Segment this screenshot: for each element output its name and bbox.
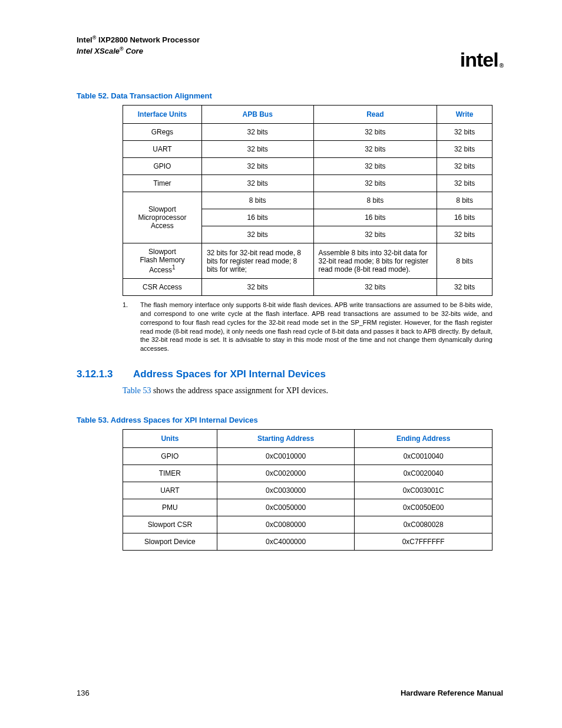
cell-end: 0xC7FFFFFF [355,533,492,551]
header-brand: Intel [77,35,92,44]
manual-title: Hardware Reference Manual [401,689,503,697]
cell-read: 32 bits [313,124,437,141]
cell-apb: 32 bits [201,175,313,192]
cell-unit: Slowport CSR [123,516,217,533]
header-subtitle-rest: Core [124,47,143,55]
cell-start: 0xC0030000 [217,482,355,499]
table-header-row: Interface Units APB Bus Read Write [123,106,492,124]
caption-prefix: Table 53. [77,416,111,424]
cell-end: 0xC0050E00 [355,499,492,516]
cell-apb: 32 bits [201,158,313,175]
intel-logo: intel ® [460,48,503,71]
cell-start: 0xC0050000 [217,499,355,516]
table-row: Slowport Microprocessor Access 8 bits 8 … [123,192,492,209]
cell-unit: GRegs [123,124,202,141]
cell-read: 32 bits [313,226,437,243]
caption-prefix: Table 52. [77,91,111,100]
cell-write: 32 bits [437,141,492,158]
cell-apb: 16 bits [201,209,313,226]
header-title-rest: IXP2800 Network Processor [96,35,200,44]
cell-unit: Slowport Microprocessor Access [123,192,202,243]
cell-read: 32 bits [313,175,437,192]
cell-apb: 32 bits [201,124,313,141]
cell-read: 16 bits [313,209,437,226]
table-row: GRegs 32 bits 32 bits 32 bits [123,124,492,141]
col-units: Units [123,430,217,448]
table-reference-link[interactable]: Table 53 [123,386,151,395]
col-apb-bus: APB Bus [201,106,313,124]
table-52-footnote: 1. The flash memory interface only suppo… [123,301,492,353]
cell-unit: PMU [123,499,217,516]
cell-apb: 32 bits [201,226,313,243]
cell-start: 0xC0020000 [217,465,355,482]
registered-mark: ® [120,46,124,52]
cell-unit: CSR Access [123,279,202,296]
col-write: Write [437,106,492,124]
cell-unit: UART [123,482,217,499]
header-subtitle: Intel XScale® Core [77,45,200,57]
table-row: Slowport CSR0xC00800000xC0080028 [123,516,492,533]
table-row: PMU0xC00500000xC0050E00 [123,499,492,516]
page-number: 136 [77,689,90,697]
cell-write: 8 bits [437,192,492,209]
cell-unit: UART [123,141,202,158]
cell-apb: 32 bits for 32-bit read mode, 8 bits for… [201,243,313,279]
col-start-address: Starting Address [217,430,355,448]
header-title: Intel® IXP2800 Network Processor [77,34,200,45]
cell-end: 0xC0010040 [355,448,492,465]
table-row: UART 32 bits 32 bits 32 bits [123,141,492,158]
cell-read: 32 bits [313,158,437,175]
cell-apb: 32 bits [201,279,313,296]
table-row: Slowport Flash Memory Access1 32 bits fo… [123,243,492,279]
table-52-caption: Table 52. Data Transaction Alignment [77,91,503,100]
cell-unit: Slowport Flash Memory Access1 [123,243,202,279]
page: Intel® IXP2800 Network Processor Intel X… [0,0,562,728]
table-header-row: Units Starting Address Ending Address [123,430,492,448]
cell-start: 0xC0080000 [217,516,355,533]
section-number: 3.12.1.3 [77,368,120,380]
cell-end: 0xC0080028 [355,516,492,533]
cell-write: 32 bits [437,175,492,192]
cell-read: Assemble 8 bits into 32-bit data for 32-… [313,243,437,279]
cell-start: 0xC4000000 [217,533,355,551]
section-heading: 3.12.1.3 Address Spaces for XPI Internal… [77,368,503,380]
table-row: GPIO0xC00100000xC0010040 [123,448,492,465]
cell-unit: Slowport Device [123,533,217,551]
col-read: Read [313,106,437,124]
page-footer: 136 Hardware Reference Manual [77,689,503,697]
cell-write: 32 bits [437,158,492,175]
table-row: GPIO 32 bits 32 bits 32 bits [123,158,492,175]
cell-end: 0xC0020040 [355,465,492,482]
footnote-number: 1. [123,301,132,353]
caption-text: Address Spaces for XPI Internal Devices [111,416,258,424]
page-header: Intel® IXP2800 Network Processor Intel X… [77,34,503,71]
table-53-caption: Table 53. Address Spaces for XPI Interna… [77,416,503,424]
cell-text: Slowport [148,248,176,256]
table-row: Timer 32 bits 32 bits 32 bits [123,175,492,192]
col-interface-units: Interface Units [123,106,202,124]
cell-read: 32 bits [313,141,437,158]
registered-mark: ® [500,62,503,69]
table-row: TIMER0xC00200000xC0020040 [123,465,492,482]
caption-text: Data Transaction Alignment [111,91,211,100]
section-title: Address Spaces for XPI Internal Devices [133,368,326,380]
cell-write: 32 bits [437,226,492,243]
cell-start: 0xC0010000 [217,448,355,465]
header-text: Intel® IXP2800 Network Processor Intel X… [77,34,200,57]
table-row: CSR Access 32 bits 32 bits 32 bits [123,279,492,296]
footnote-text: The flash memory interface only supports… [140,301,492,353]
cell-unit: GPIO [123,448,217,465]
cell-unit: GPIO [123,158,202,175]
cell-read: 32 bits [313,279,437,296]
cell-write: 8 bits [437,243,492,279]
table-row: Slowport Device0xC40000000xC7FFFFFF [123,533,492,551]
footnote-item: 1. The flash memory interface only suppo… [123,301,492,353]
cell-write: 32 bits [437,124,492,141]
footnote-ref: 1 [172,264,176,271]
cell-end: 0xC003001C [355,482,492,499]
section-body-rest: shows the address space assignment for X… [151,386,328,395]
cell-text: Flash Memory Access [140,256,184,274]
logo-text: intel [460,48,498,71]
header-subtitle-prefix: Intel XScale [77,47,120,55]
cell-apb: 32 bits [201,141,313,158]
